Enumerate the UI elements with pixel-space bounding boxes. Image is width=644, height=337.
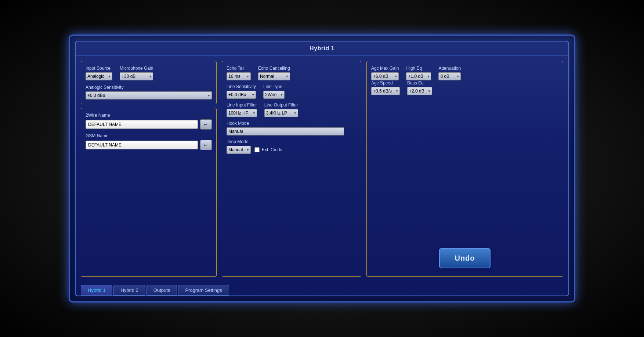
right-panel-inner: Agc Max Gain +6.0 dB +3.0 dB +9.0 dB 0 d… (371, 66, 558, 272)
line-output-filter-select[interactable]: 3.4KHz LP 7KHz LP Off (264, 109, 298, 117)
tab-program-settings[interactable]: Program Settings (178, 285, 229, 296)
high-eq-group: High Eq +1.0 dB 0 dB +2.0 dB -1.0 dB (406, 66, 431, 80)
input-source-select[interactable]: Analogic Digital Line (86, 72, 112, 80)
outer-frame: Hybrid 1 Input Source Analogic Digital (69, 35, 575, 302)
drop-mode-wrapper: Manual Auto (227, 146, 251, 154)
line-input-filter-select[interactable]: 100Hz HP 200Hz HP Off (227, 109, 257, 117)
gsm-name-row: ↵ (86, 140, 212, 150)
drop-mode-group: Drop Mode Manual Auto Ext. Cmds (227, 139, 357, 154)
echo-row: Echo Tail 16 ms 32 ms 64 ms 128 ms Echo … (227, 66, 357, 80)
line-type-wrapper: 2Wire 4Wire ISDN (263, 91, 285, 99)
middle-panel: Echo Tail 16 ms 32 ms 64 ms 128 ms Echo … (222, 61, 361, 277)
tab-hybrid1[interactable]: Hybrid 1 (81, 285, 112, 296)
line-sensitivity-group: Line Sensitivity +0.0 dBu +6.0 dBu -6.0 … (227, 84, 256, 99)
echo-cancelling-select[interactable]: Normal Off Low High (258, 72, 290, 80)
bass-eq-label: Bass Eq (407, 80, 432, 86)
line-input-filter-group: Line Input Filter 100Hz HP 200Hz HP Off (227, 102, 257, 117)
attenuation-wrapper: 8 dB 4 dB 12 dB 0 dB (438, 72, 461, 80)
hook-mode-select[interactable]: Manual Auto VOX (227, 127, 344, 135)
bass-eq-select[interactable]: +2.0 dB 0 dB +1.0 dB -1.0 dB (407, 87, 432, 95)
agc-speed-label: Agc Speed (371, 80, 400, 86)
agc-max-gain-select[interactable]: +6.0 dB +3.0 dB +9.0 dB 0 dB (371, 72, 399, 80)
echo-tail-wrapper: 16 ms 32 ms 64 ms 128 ms (227, 72, 251, 80)
undo-area: Undo (371, 95, 558, 272)
line-type-select[interactable]: 2Wire 4Wire ISDN (263, 91, 285, 99)
echo-cancelling-wrapper: Normal Off Low High (258, 72, 290, 80)
drop-mode-row: Manual Auto Ext. Cmds (227, 146, 357, 154)
hook-mode-group: Hook Mode Manual Auto VOX (227, 121, 357, 135)
line-filter-row: Line Input Filter 100Hz HP 200Hz HP Off … (227, 102, 357, 117)
line-sensitivity-wrapper: +0.0 dBu +6.0 dBu -6.0 dBu (227, 91, 256, 99)
bass-eq-wrapper: +2.0 dB 0 dB +1.0 dB -1.0 dB (407, 87, 432, 95)
line-output-filter-label: Line Output Filter (264, 102, 298, 108)
line-output-filter-group: Line Output Filter 3.4KHz LP 7KHz LP Off (264, 102, 298, 117)
line-type-label: Line Type (263, 84, 285, 89)
agc-speed-group: Agc Speed +0.5 dB/s +1.0 dB/s +2.0 dB/s (371, 80, 400, 95)
mic-gain-select[interactable]: +30 dB +20 dB +10 dB 0 dB (120, 72, 153, 80)
agc-max-gain-wrapper: +6.0 dB +3.0 dB +9.0 dB 0 dB (371, 72, 399, 80)
ext-cmds-text: Ext. Cmds (262, 147, 282, 152)
high-eq-select[interactable]: +1.0 dB 0 dB +2.0 dB -1.0 dB (406, 72, 431, 80)
echo-cancelling-label: Echo Cancelling (258, 66, 290, 71)
gsm-name-input[interactable] (86, 141, 198, 149)
line-input-filter-wrapper: 100Hz HP 200Hz HP Off (227, 109, 257, 117)
drop-mode-select[interactable]: Manual Auto (227, 146, 251, 154)
tab-outputs-label: Outputs (153, 287, 170, 293)
twowire-name-input[interactable] (86, 120, 198, 129)
inner-frame: Hybrid 1 Input Source Analogic Digital (75, 41, 569, 296)
analogic-sensitivity-label: Analogic Sensitivity (86, 85, 212, 90)
window-title: Hybrid 1 (310, 45, 334, 51)
attenuation-select[interactable]: 8 dB 4 dB 12 dB 0 dB (438, 72, 461, 80)
high-eq-wrapper: +1.0 dB 0 dB +2.0 dB -1.0 dB (406, 72, 431, 80)
line-sens-type-row: Line Sensitivity +0.0 dBu +6.0 dBu -6.0 … (227, 84, 357, 99)
bass-eq-group: Bass Eq +2.0 dB 0 dB +1.0 dB -1.0 dB (407, 80, 432, 95)
mic-gain-wrapper: +30 dB +20 dB +10 dB 0 dB (120, 72, 153, 80)
twowire-name-label: 2Wire Name (86, 113, 212, 118)
attenuation-group: Attenuation 8 dB 4 dB 12 dB 0 dB (438, 66, 461, 80)
input-source-group: Input Source Analogic Digital Line (86, 66, 112, 80)
title-bar: Hybrid 1 (76, 41, 568, 56)
line-type-group: Line Type 2Wire 4Wire ISDN (263, 84, 285, 99)
gsm-enter-button[interactable]: ↵ (200, 140, 212, 150)
high-eq-label: High Eq (406, 66, 431, 71)
hook-mode-wrapper: Manual Auto VOX (227, 127, 357, 135)
ext-cmds-label[interactable]: Ext. Cmds (254, 147, 282, 152)
agc-max-gain-group: Agc Max Gain +6.0 dB +3.0 dB +9.0 dB 0 d… (371, 66, 399, 80)
attenuation-label: Attenuation (438, 66, 461, 71)
input-source-wrapper: Analogic Digital Line (86, 72, 112, 80)
top-left-panel: Input Source Analogic Digital Line Micro… (81, 61, 217, 104)
hook-mode-label: Hook Mode (227, 121, 357, 126)
tab-hybrid1-label: Hybrid 1 (88, 287, 105, 293)
line-sensitivity-label: Line Sensitivity (227, 84, 256, 89)
line-sensitivity-select[interactable]: +0.0 dBu +6.0 dBu -6.0 dBu (227, 91, 256, 99)
agc-speed-wrapper: +0.5 dB/s +1.0 dB/s +2.0 dB/s (371, 87, 400, 95)
line-input-filter-label: Line Input Filter (227, 102, 257, 108)
agc-max-gain-label: Agc Max Gain (371, 66, 399, 71)
echo-tail-group: Echo Tail 16 ms 32 ms 64 ms 128 ms (227, 66, 251, 80)
mic-gain-label: Microphone Gain (120, 66, 153, 71)
mic-gain-group: Microphone Gain +30 dB +20 dB +10 dB 0 d… (120, 66, 153, 80)
agc-speed-select[interactable]: +0.5 dB/s +1.0 dB/s +2.0 dB/s (371, 87, 400, 95)
tabs-bar: Hybrid 1 Hybrid 2 Outputs Program Settin… (76, 282, 568, 296)
analogic-sensitivity-select[interactable]: +0.0 dBu +6.0 dBu -6.0 dBu (86, 91, 212, 99)
input-mic-row: Input Source Analogic Digital Line Micro… (86, 66, 212, 80)
undo-button[interactable]: Undo (439, 248, 490, 268)
tab-outputs[interactable]: Outputs (146, 285, 177, 296)
agc-high-att-row: Agc Max Gain +6.0 dB +3.0 dB +9.0 dB 0 d… (371, 66, 558, 80)
analogic-sensitivity-wrapper: +0.0 dBu +6.0 dBu -6.0 dBu (86, 91, 212, 99)
left-panel: Input Source Analogic Digital Line Micro… (81, 61, 217, 277)
analogic-sensitivity-group: Analogic Sensitivity +0.0 dBu +6.0 dBu -… (86, 85, 212, 99)
gsm-name-group: GSM Name ↵ (86, 133, 212, 150)
input-source-label: Input Source (86, 66, 112, 71)
echo-tail-select[interactable]: 16 ms 32 ms 64 ms 128 ms (227, 72, 251, 80)
twowire-name-row: ↵ (86, 119, 212, 130)
tab-hybrid2-label: Hybrid 2 (120, 287, 138, 293)
tab-hybrid2[interactable]: Hybrid 2 (113, 285, 145, 296)
drop-mode-label: Drop Mode (227, 139, 357, 144)
agc-bass-row: Agc Speed +0.5 dB/s +1.0 dB/s +2.0 dB/s … (371, 80, 558, 95)
echo-cancelling-group: Echo Cancelling Normal Off Low High (258, 66, 290, 80)
twowire-enter-button[interactable]: ↵ (200, 119, 212, 130)
gsm-name-label: GSM Name (86, 133, 212, 138)
ext-cmds-checkbox[interactable] (254, 147, 260, 152)
bottom-left-panel: 2Wire Name ↵ GSM Name ↵ (81, 108, 217, 277)
